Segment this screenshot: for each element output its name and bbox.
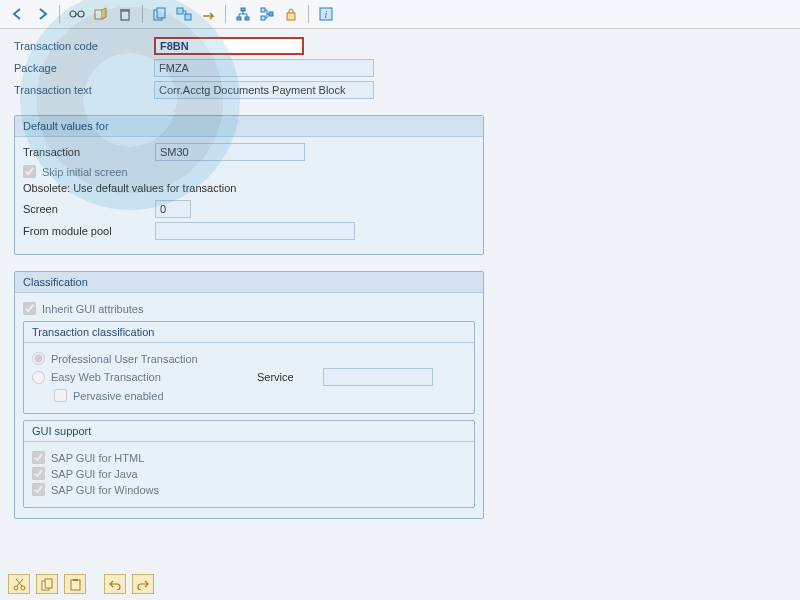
service-label: Service (257, 371, 317, 383)
transaction-field (155, 143, 305, 161)
gui-support-group: GUI support SAP GUI for HTML SAP GUI for… (23, 420, 475, 508)
transaction-label: Transaction (23, 146, 155, 158)
variant-icon[interactable] (174, 4, 194, 24)
toolbar-separator (225, 5, 226, 23)
pervasive-checkbox (54, 389, 67, 402)
skip-initial-label: Skip initial screen (42, 166, 128, 178)
svg-point-18 (14, 586, 18, 590)
back-icon[interactable] (8, 4, 28, 24)
toolbar-separator (308, 5, 309, 23)
toolbar-separator (142, 5, 143, 23)
svg-point-1 (78, 11, 84, 17)
glasses-icon[interactable] (67, 4, 87, 24)
svg-point-0 (70, 11, 76, 17)
svg-rect-15 (287, 13, 295, 20)
trans-class-group: Transaction classification Professional … (23, 321, 475, 414)
professional-label: Professional User Transaction (51, 353, 198, 365)
screen-label: Screen (23, 203, 155, 215)
info-icon[interactable]: i (316, 4, 336, 24)
where-used-icon[interactable] (257, 4, 277, 24)
copy2-icon[interactable] (36, 574, 58, 594)
redo-icon[interactable] (132, 574, 154, 594)
forward-icon[interactable] (32, 4, 52, 24)
paste-icon[interactable] (64, 574, 86, 594)
text-label: Transaction text (14, 84, 154, 96)
delete-icon[interactable] (115, 4, 135, 24)
gui-html-label: SAP GUI for HTML (51, 452, 144, 464)
easyweb-label: Easy Web Transaction (51, 371, 251, 383)
pervasive-label: Pervasive enabled (73, 390, 164, 402)
package-field (154, 59, 374, 77)
app-toolbar: i (0, 0, 800, 29)
tcode-label: Transaction code (14, 40, 154, 52)
service-field (323, 368, 433, 386)
trans-class-title: Transaction classification (24, 322, 474, 343)
copy-icon[interactable] (150, 4, 170, 24)
svg-rect-4 (120, 9, 130, 11)
screen-field (155, 200, 191, 218)
svg-rect-14 (269, 12, 273, 16)
transaction-text-field (154, 81, 374, 99)
transport-icon[interactable] (198, 4, 218, 24)
classification-groupbox: Classification Inherit GUI attributes Tr… (14, 271, 484, 519)
easyweb-radio (32, 371, 45, 384)
lock-icon[interactable] (281, 4, 301, 24)
svg-rect-2 (95, 10, 102, 19)
package-label: Package (14, 62, 154, 74)
gui-support-title: GUI support (24, 421, 474, 442)
svg-text:i: i (325, 9, 328, 20)
svg-rect-12 (261, 8, 265, 12)
svg-point-19 (21, 586, 25, 590)
gui-windows-checkbox (32, 483, 45, 496)
svg-rect-9 (241, 8, 245, 11)
skip-initial-checkbox (23, 165, 36, 178)
defaults-groupbox: Default values for Transaction Skip init… (14, 115, 484, 255)
obsolete-note: Obsolete: Use default values for transac… (23, 182, 475, 194)
display-change-icon[interactable] (91, 4, 111, 24)
module-pool-label: From module pool (23, 225, 155, 237)
svg-rect-10 (237, 17, 241, 20)
svg-rect-13 (261, 16, 265, 20)
svg-rect-3 (121, 11, 129, 20)
svg-rect-23 (73, 579, 78, 581)
svg-rect-22 (71, 580, 80, 590)
undo-icon[interactable] (104, 574, 126, 594)
inherit-gui-checkbox (23, 302, 36, 315)
svg-rect-11 (245, 17, 249, 20)
gui-windows-label: SAP GUI for Windows (51, 484, 159, 496)
defaults-title: Default values for (15, 116, 483, 137)
svg-rect-7 (177, 8, 183, 14)
spacer (92, 574, 98, 594)
module-pool-field (155, 222, 355, 240)
bottom-toolbar (8, 574, 154, 594)
tcode-field[interactable] (154, 37, 304, 55)
hierarchy-icon[interactable] (233, 4, 253, 24)
classification-title: Classification (15, 272, 483, 293)
gui-java-checkbox (32, 467, 45, 480)
professional-radio (32, 352, 45, 365)
gui-java-label: SAP GUI for Java (51, 468, 138, 480)
inherit-gui-label: Inherit GUI attributes (42, 303, 144, 315)
gui-html-checkbox (32, 451, 45, 464)
cut-icon[interactable] (8, 574, 30, 594)
svg-rect-6 (157, 8, 165, 18)
main-content: Transaction code Package Transaction tex… (0, 29, 800, 527)
svg-rect-21 (45, 579, 52, 588)
toolbar-separator (59, 5, 60, 23)
